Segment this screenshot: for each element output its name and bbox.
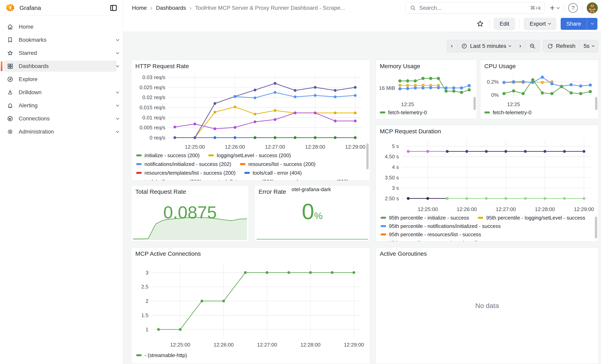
legend-scrollbar[interactable]	[473, 97, 476, 110]
edit-button[interactable]: Edit	[494, 18, 515, 30]
refresh-interval-picker[interactable]: 5s	[579, 40, 598, 52]
search-placeholder: Search...	[419, 5, 527, 11]
legend-item[interactable]: unknown - success (200)	[283, 179, 348, 181]
compass-icon	[7, 76, 13, 83]
share-menu-button[interactable]	[587, 18, 597, 30]
svg-text:12:26:00: 12:26:00	[457, 206, 477, 212]
panel-http-request-rate[interactable]: HTTP Request Rate 0 req/s0.005 req/s0.01…	[131, 60, 370, 181]
share-button[interactable]: Share	[561, 18, 597, 30]
help-icon[interactable]: ?	[568, 3, 578, 13]
svg-text:16 MiB: 16 MiB	[379, 85, 395, 91]
legend-scrollbar[interactable]	[595, 216, 597, 238]
chevron-down-icon[interactable]	[116, 38, 119, 41]
time-shift-back-button[interactable]	[447, 40, 457, 52]
sidebar-item-dashboards[interactable]: Dashboards	[0, 59, 123, 73]
cpu-usage-chart[interactable]: 0.2%0%12:25	[481, 71, 596, 107]
floating-label: otel-grafana-dark	[291, 186, 331, 193]
sidebar-item-label: Bookmarks	[19, 37, 47, 43]
favorite-star-icon[interactable]	[475, 19, 485, 29]
legend-item[interactable]: 95th percentile - resources/list - succe…	[381, 231, 481, 238]
svg-text:12:26:00: 12:26:00	[214, 342, 234, 348]
time-shift-forward-button[interactable]	[515, 40, 525, 52]
sidebar-item-connections[interactable]: Connections	[0, 112, 123, 125]
svg-text:12:27:00: 12:27:00	[265, 144, 285, 150]
legend-item[interactable]: tools/call - error (404)	[244, 170, 302, 176]
chevron-down-icon[interactable]	[116, 51, 119, 54]
legend-item[interactable]: tools/list - success (200)	[210, 179, 274, 181]
refresh-button[interactable]: Refresh	[543, 40, 579, 52]
time-range-group: Last 5 minutes	[447, 40, 540, 52]
sidebar-item-home[interactable]: Home	[0, 20, 123, 33]
avatar[interactable]	[587, 2, 598, 13]
svg-text:12:29:00: 12:29:00	[345, 144, 365, 150]
sidebar-item-label: Starred	[19, 50, 37, 56]
bell-icon	[7, 102, 13, 109]
sidebar: Grafana Home Bookmarks	[0, 0, 123, 364]
sidebar-item-drilldown[interactable]: Drilldown	[0, 86, 123, 99]
search-shortcut: ⌘+k	[530, 5, 541, 11]
search-input[interactable]: Search... ⌘+k	[406, 2, 545, 14]
panel-active-goroutines[interactable]: Active Goroutines No data	[376, 247, 599, 364]
svg-text:12:25: 12:25	[507, 101, 520, 107]
legend-item[interactable]: 95th percentile - resources/templates/li…	[381, 240, 505, 242]
legend-scrollbar[interactable]	[366, 143, 369, 169]
panel-total-request-rate[interactable]: Total Request Rate 0.0875	[131, 185, 249, 241]
topbar-controls: + ?	[550, 2, 598, 13]
search-icon	[410, 5, 416, 11]
legend-scrollbar[interactable]	[595, 97, 597, 110]
chevron-down-icon[interactable]	[116, 64, 119, 67]
legend-item[interactable]: fetch-telemetry-0	[380, 109, 427, 116]
sidebar-item-starred[interactable]: Starred	[0, 47, 123, 59]
panel-memory-usage[interactable]: Memory Usage 16 MiB12:25 fetch-telemetry…	[376, 60, 477, 119]
sidebar-item-administration[interactable]: Administration	[0, 125, 123, 138]
chevron-down-icon[interactable]	[116, 103, 119, 107]
sidebar-item-label: Administration	[19, 128, 54, 135]
memory-legend: fetch-telemetry-0	[380, 109, 427, 118]
panel-title: HTTP Request Rate	[135, 63, 189, 69]
zoom-out-button[interactable]	[525, 40, 540, 52]
divider	[564, 4, 564, 12]
legend-item[interactable]: tools/call - success (200)	[136, 179, 201, 181]
new-button[interactable]: +	[550, 4, 559, 12]
http-request-rate-chart[interactable]: 0 req/s0.005 req/s0.01 req/s0.015 req/s0…	[133, 71, 368, 151]
memory-usage-chart[interactable]: 16 MiB12:25	[377, 71, 475, 107]
chevron-down-icon[interactable]	[116, 90, 119, 93]
panel-error-rate[interactable]: Error Rate otel-grafana-dark 0%	[254, 185, 370, 241]
time-range-picker[interactable]: Last 5 minutes	[457, 40, 515, 52]
mcp-active-connections-chart[interactable]: 32.521.5112:25:0012:26:0012:27:0012:28:0…	[133, 259, 368, 350]
sidebar-collapse-icon[interactable]	[109, 4, 118, 12]
chevron-down-icon[interactable]	[116, 117, 119, 120]
legend-item[interactable]: 95th percentile - initialize - success	[381, 215, 469, 221]
svg-text:0.2%: 0.2%	[487, 79, 499, 85]
chevron-down-icon	[548, 22, 551, 25]
chevron-down-icon[interactable]	[116, 129, 119, 133]
legend-item[interactable]: resources/list - success (200)	[240, 161, 315, 167]
svg-text:0.015 req/s: 0.015 req/s	[140, 105, 165, 110]
panel-mcp-request-duration[interactable]: MCP Request Duration 5 s4.50 s4 s3.50 s3…	[376, 125, 599, 241]
legend-item[interactable]: - (streamable-http)	[136, 352, 187, 358]
sidebar-menu: Home Bookmarks Starred	[0, 16, 123, 138]
svg-text:2.5: 2.5	[141, 284, 149, 290]
breadcrumb-dashboards[interactable]: Dashboards	[156, 5, 186, 11]
legend-item[interactable]: 95th percentile - notifications/initiali…	[381, 223, 501, 229]
brand-bar: Grafana	[0, 0, 123, 16]
legend-item[interactable]: fetch-telemetry-0	[484, 109, 531, 116]
panel-cpu-usage[interactable]: CPU Usage 0.2%0%12:25 fetch-telemetry-0	[480, 60, 599, 119]
refresh-group: Refresh 5s	[543, 40, 598, 52]
export-button[interactable]: Export	[524, 18, 556, 30]
legend-item[interactable]: logging/setLevel - success (200)	[208, 152, 291, 158]
legend-item[interactable]: 95th percentile - logging/setLevel - suc…	[478, 215, 585, 221]
star-icon	[7, 50, 13, 56]
legend-item[interactable]: initialize - success (200)	[136, 152, 200, 158]
sidebar-item-bookmarks[interactable]: Bookmarks	[0, 33, 123, 47]
sidebar-item-explore[interactable]: Explore	[0, 73, 123, 86]
legend-item[interactable]: resources/templates/list - success (200)	[136, 170, 236, 176]
breadcrumb-home[interactable]: Home	[132, 5, 147, 11]
legend-item[interactable]: notifications/initialized - success (202…	[136, 161, 231, 167]
mcp-request-duration-chart[interactable]: 5 s4.50 s4 s3.50 s3 s2.50 s12:25:0012:26…	[378, 136, 596, 214]
svg-text:0 req/s: 0 req/s	[150, 135, 166, 141]
panel-mcp-active-connections[interactable]: MCP Active Connections 32.521.5112:25:00…	[131, 247, 370, 364]
panel-title: MCP Active Connections	[135, 250, 201, 257]
sidebar-item-alerting[interactable]: Alerting	[0, 99, 123, 112]
dashboards-grid-icon	[7, 63, 13, 69]
